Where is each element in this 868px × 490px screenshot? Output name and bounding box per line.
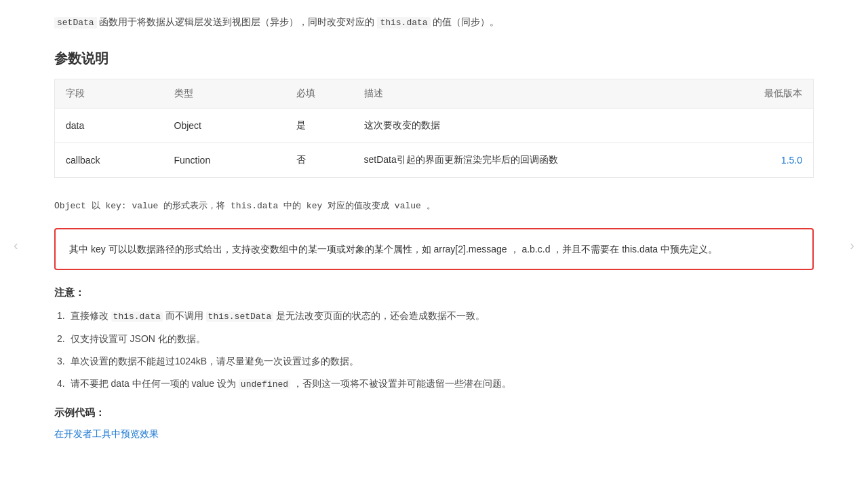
note-section: 注意： 1. 直接修改 this.data 而不调用 this.setData … [54,286,814,392]
params-table: 字段 类型 必填 描述 最低版本 data Object 是 这次要改变的数据 … [54,79,814,178]
setdata-code: setData [54,17,97,29]
field-callback: callback [55,143,163,178]
page-container: setData 函数用于将数据从逻辑层发送到视图层（异步），同时改变对应的 th… [0,0,868,468]
col-header-desc: 描述 [353,79,732,109]
params-section-title: 参数说明 [54,50,814,68]
table-row: callback Function 否 setData引起的界面更新渲染完毕后的… [55,143,814,178]
intro-text: setData 函数用于将数据从逻辑层发送到视图层（异步），同时改变对应的 th… [54,14,814,31]
version-callback: 1.5.0 [732,143,814,178]
desc-data: 这次要改变的数据 [353,109,732,143]
table-row: data Object 是 这次要改变的数据 [55,109,814,143]
left-nav-arrow[interactable]: ‹ [14,238,18,253]
list-item: 4. 请不要把 data 中任何一项的 value 设为 undefined ，… [54,375,814,392]
desc-callback: setData引起的界面更新渲染完毕后的回调函数 [353,143,732,178]
col-header-required: 必填 [285,79,353,109]
col-header-type: 类型 [163,79,285,109]
example-title: 示例代码： [54,407,814,419]
required-yes: 是 [285,109,353,143]
col-header-version: 最低版本 [732,79,814,109]
example-link[interactable]: 在开发者工具中预览效果 [54,428,159,439]
type-object: Object [163,109,285,143]
type-function: Function [163,143,285,178]
list-item: 1. 直接修改 this.data 而不调用 this.setData 是无法改… [54,307,814,324]
code-explanation-line: Object 以 key: value 的形式表示，将 this.data 中的… [54,198,814,214]
field-data: data [55,109,163,143]
list-item: 2. 仅支持设置可 JSON 化的数据。 [54,331,814,347]
example-section: 示例代码： 在开发者工具中预览效果 [54,407,814,440]
note-list: 1. 直接修改 this.data 而不调用 this.setData 是无法改… [54,307,814,392]
col-header-field: 字段 [55,79,163,109]
right-nav-arrow[interactable]: › [850,238,854,253]
note-title: 注意： [54,286,814,299]
highlight-box: 其中 key 可以以数据路径的形式给出，支持改变数组中的某一项或对象的某个属性，… [54,228,814,271]
this-data-code: this.data [377,17,430,29]
version-data [732,109,814,143]
list-item: 3. 单次设置的数据不能超过1024kB，请尽量避免一次设置过多的数据。 [54,353,814,370]
version-link[interactable]: 1.5.0 [781,155,802,166]
required-no: 否 [285,143,353,178]
